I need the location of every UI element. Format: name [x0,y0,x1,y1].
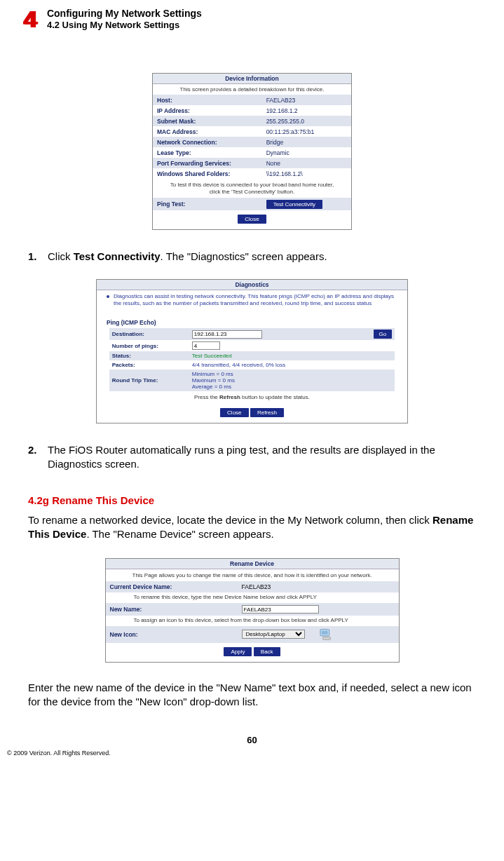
back-button[interactable]: Back [254,647,280,656]
lease-value: Dynamic [262,147,351,158]
rtt-value: Minimum = 0 ms Maximum = 0 ms Average = … [189,370,395,391]
mac-value: 00:11:25:a3:75:b1 [262,126,351,137]
ping-section-label: Ping (ICMP Echo) [97,317,407,328]
device-info-table: Host:FAELAB23 IP Address:192.168.1.2 Sub… [153,95,351,179]
netconn-value: Bridge [262,137,351,147]
panel-title: Rename Device [106,559,399,569]
connectivity-note: To test if this device is connected to y… [153,179,351,198]
chapter-subtitle: 4.2 Using My Network Settings [47,20,202,30]
step-text: Click Test Connectivity. The "Diagnostic… [48,250,476,264]
chapter-number: 4 [24,7,37,31]
diagnostics-panel: Diagnostics Diagnostics can assist in te… [96,279,408,423]
status-label: Status: [109,351,189,360]
close-button[interactable]: Close [220,408,248,417]
status-value: Test Succeeded [189,351,395,360]
current-name-value: FAELAB23 [238,581,399,592]
host-value: FAELAB23 [262,95,351,105]
panel-subtitle: This screen provides a detailed breakdow… [153,84,351,95]
device-info-panel: Device Information This screen provides … [152,73,352,230]
step-text: The FiOS Router automatically runs a pin… [48,443,476,472]
num-pings-input[interactable] [192,341,220,350]
shared-label: Windows Shared Folders: [153,168,262,179]
chapter-titles: Configuring My Network Settings 4.2 Usin… [47,7,202,30]
bullet-icon [107,295,109,298]
step-number: 1. [28,250,48,264]
packets-label: Packets: [109,360,189,370]
go-button[interactable]: Go [374,330,393,339]
chapter-header: 4 Configuring My Network Settings 4.2 Us… [21,7,483,31]
rename-outro: Enter the new name of the device in the … [28,681,476,710]
rename-note2: To assign an icon to this device, select… [106,616,399,626]
rename-note1: To rename this device, type the new Devi… [106,592,399,603]
panel-title: Diagnostics [97,280,407,290]
host-label: Host: [153,95,262,105]
panel-subtitle: This Page allows you to change the name … [106,569,399,581]
shared-value: \\192.168.1.2\ [262,168,351,179]
portfwd-label: Port Forwarding Services: [153,158,262,168]
ip-value: 192.168.1.2 [262,105,351,116]
panel-title: Device Information [153,74,351,84]
test-connectivity-button[interactable]: Test Connectivity [266,200,322,209]
refresh-note: Press the Refresh button to update the s… [97,391,407,404]
num-pings-label: Number of pings: [109,340,189,351]
subnet-label: Subnet Mask: [153,116,262,126]
rtt-label: Round Trip Time: [109,370,189,391]
step-number: 2. [28,443,48,472]
device-icon [319,628,334,641]
portfwd-value: None [262,158,351,168]
chapter-title: Configuring My Network Settings [47,8,202,19]
subsection-heading: 4.2g Rename This Device [28,494,476,506]
svg-rect-2 [323,637,331,640]
new-icon-select[interactable]: Desktop/Laptop [242,630,305,639]
new-name-label: New Name: [106,603,238,616]
apply-button[interactable]: Apply [224,647,252,656]
destination-input[interactable] [192,330,262,339]
netconn-label: Network Connection: [153,137,262,147]
rename-device-panel: Rename Device This Page allows you to ch… [105,558,400,663]
copyright: © 2009 Verizon. All Rights Reserved. [7,750,483,757]
refresh-button[interactable]: Refresh [250,408,284,417]
mac-label: MAC Address: [153,126,262,137]
svg-rect-1 [322,631,328,635]
close-button[interactable]: Close [238,215,266,224]
step-1: 1. Click Test Connectivity. The "Diagnos… [28,250,476,264]
rename-intro: To rename a networked device, locate the… [28,513,476,542]
ping-test-label: Ping Test: [153,198,262,210]
subnet-value: 255.255.255.0 [262,116,351,126]
current-name-label: Current Device Name: [106,581,238,592]
new-icon-label: New Icon: [106,626,238,643]
diagnostics-desc: Diagnostics can assist in testing networ… [114,293,397,307]
step-2: 2. The FiOS Router automatically runs a … [28,443,476,472]
page-number: 60 [21,735,483,745]
lease-label: Lease Type: [153,147,262,158]
ip-label: IP Address: [153,105,262,116]
packets-value: 4/4 transmitted, 4/4 received, 0% loss [189,360,395,370]
new-name-input[interactable] [242,605,319,613]
destination-label: Destination: [109,328,189,340]
